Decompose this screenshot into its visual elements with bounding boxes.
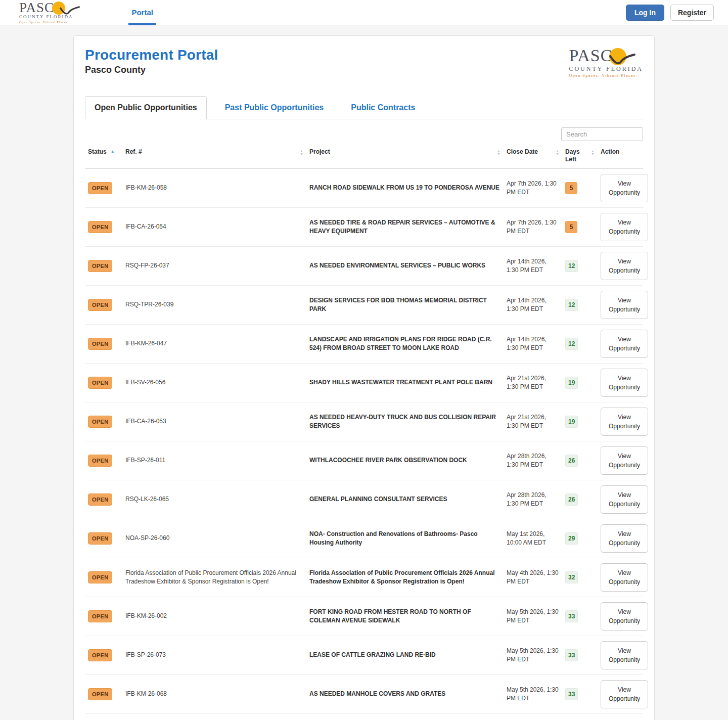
action-cell: View Opportunity <box>601 330 651 358</box>
sort-icon[interactable]: ▲▼ <box>497 150 500 156</box>
ref-number-cell: IFB-KM-26-068 <box>125 690 303 698</box>
days-left-badge: 5 <box>565 182 577 194</box>
project-title-cell: NOA- Construction and Renovations of Bat… <box>309 530 500 548</box>
project-title-cell: WITHLACOOCHEE RIVER PARK OBSERVATION DOC… <box>309 456 500 465</box>
days-left-cell: 29 <box>565 532 595 545</box>
view-opportunity-button[interactable]: View Opportunity <box>601 446 648 475</box>
status-badge: OPEN <box>88 610 112 622</box>
ref-number-cell: IFB-CA-26-054 <box>125 222 303 231</box>
ref-number-cell: NOA-SP-26-060 <box>125 534 303 543</box>
tab-open-public-opportunities[interactable]: Open Public Opportunities <box>85 96 207 119</box>
logo-wordmark: PASC <box>569 47 612 64</box>
table-row: OPEN NOA-SP-26-060 NOA- Construction and… <box>85 519 643 558</box>
status-badge: OPEN <box>88 182 112 194</box>
sort-icon[interactable]: ▲▼ <box>591 150 595 156</box>
table-row: OPEN RSQ-TPR-26-039 DESIGN SERVICES FOR … <box>85 286 643 325</box>
table-row: OPEN IFB-KM-26-068 AS NEEDED MANHOLE COV… <box>85 675 643 714</box>
status-cell: OPEN <box>88 688 119 700</box>
column-header-ref[interactable]: Ref. # ▲▼ <box>125 148 303 156</box>
status-cell: OPEN <box>88 182 119 194</box>
view-opportunity-button[interactable]: View Opportunity <box>601 524 648 553</box>
action-cell: View Opportunity <box>601 252 651 280</box>
column-header-days-left[interactable]: Days Left ▲▼ <box>565 148 595 163</box>
action-cell: View Opportunity <box>601 213 651 241</box>
days-left-badge: 12 <box>565 260 578 272</box>
action-cell: View Opportunity <box>601 291 651 319</box>
table-row: OPEN IFB-SP-26-011 WITHLACOOCHEE RIVER P… <box>85 441 643 480</box>
days-left-badge: 5 <box>565 221 577 233</box>
table-row: OPEN Florida Association of Public Procu… <box>85 558 643 597</box>
ref-number-cell: IFB-SP-26-073 <box>125 651 303 659</box>
days-left-badge: 33 <box>565 649 578 661</box>
action-cell: View Opportunity <box>601 446 651 475</box>
days-left-badge: 26 <box>565 455 578 467</box>
days-left-cell: 5 <box>565 221 595 233</box>
view-opportunity-button[interactable]: View Opportunity <box>601 680 648 708</box>
status-cell: OPEN <box>88 571 119 583</box>
ref-number-cell: IFB-KM-26-058 <box>125 184 303 192</box>
column-header-status[interactable]: Status ▲ <box>88 148 119 156</box>
ref-number-cell: RSQ-TPR-26-039 <box>125 300 303 309</box>
view-opportunity-button[interactable]: View Opportunity <box>601 369 648 397</box>
tab-bar: Open Public Opportunities Past Public Op… <box>85 96 643 119</box>
days-left-cell: 33 <box>565 688 595 700</box>
status-badge: OPEN <box>88 221 112 233</box>
log-in-button[interactable]: Log In <box>626 5 664 21</box>
days-left-badge: 19 <box>565 377 578 389</box>
sort-icon[interactable]: ▲▼ <box>300 150 303 156</box>
status-cell: OPEN <box>88 260 119 272</box>
view-opportunity-button[interactable]: View Opportunity <box>601 408 648 436</box>
pasco-county-logo[interactable]: PASC County Florida Open Spaces. Vibrant… <box>19 1 73 24</box>
view-opportunity-button[interactable]: View Opportunity <box>601 485 648 514</box>
project-title-cell: LANDSCAPE AND IRRIGATION PLANS FOR RIDGE… <box>309 335 500 353</box>
project-title-cell: RANCH ROAD SIDEWALK FROM US 19 TO PONDER… <box>309 184 500 192</box>
view-opportunity-button[interactable]: View Opportunity <box>601 641 648 669</box>
view-opportunity-button[interactable]: View Opportunity <box>601 602 648 631</box>
ref-number-cell: IFB-KM-26-002 <box>125 612 303 620</box>
search-input[interactable] <box>561 127 643 141</box>
table-body: OPEN IFB-KM-26-058 RANCH ROAD SIDEWALK F… <box>85 169 643 714</box>
sort-ascending-icon[interactable]: ▲ <box>111 149 115 154</box>
tab-public-contracts[interactable]: Public Contracts <box>342 97 424 119</box>
action-cell: View Opportunity <box>601 485 651 514</box>
view-opportunity-button[interactable]: View Opportunity <box>601 213 648 241</box>
tab-past-public-opportunities[interactable]: Past Public Opportunities <box>216 97 333 119</box>
project-title-cell: AS NEEDED TIRE & ROAD REPAIR SERVICES – … <box>309 218 500 236</box>
sort-icon[interactable]: ▲▼ <box>556 150 559 156</box>
action-cell: View Opportunity <box>601 174 651 202</box>
view-opportunity-button[interactable]: View Opportunity <box>601 330 648 358</box>
status-badge: OPEN <box>88 532 112 545</box>
register-button[interactable]: Register <box>670 5 714 21</box>
ref-number-cell: RSQ-FP-26-037 <box>125 261 303 270</box>
close-date-cell: Apr 7th 2026, 1:30 PM EDT <box>507 179 559 197</box>
days-left-badge: 29 <box>565 532 578 545</box>
days-left-cell: 26 <box>565 493 595 506</box>
table-row: OPEN IFB-SV-26-056 SHADY HILLS WASTEWATE… <box>85 364 643 402</box>
status-badge: OPEN <box>88 299 112 311</box>
days-left-badge: 12 <box>565 338 578 350</box>
close-date-cell: Apr 14th 2026, 1:30 PM EDT <box>507 257 559 275</box>
days-left-cell: 12 <box>565 260 595 272</box>
column-header-close-date[interactable]: Close Date ▲▼ <box>507 148 559 156</box>
table-row: OPEN IFB-KM-26-058 RANCH ROAD SIDEWALK F… <box>85 169 643 208</box>
status-cell: OPEN <box>88 221 119 233</box>
action-cell: View Opportunity <box>601 563 651 592</box>
status-badge: OPEN <box>88 260 112 272</box>
days-left-badge: 19 <box>565 416 578 428</box>
ref-number-cell: IFB-CA-26-053 <box>125 417 303 426</box>
status-cell: OPEN <box>88 377 119 389</box>
status-badge: OPEN <box>88 688 112 700</box>
action-cell: View Opportunity <box>601 524 651 553</box>
view-opportunity-button[interactable]: View Opportunity <box>601 291 648 319</box>
portal-nav-label[interactable]: Portal <box>128 8 156 17</box>
view-opportunity-button[interactable]: View Opportunity <box>601 563 648 592</box>
status-cell: OPEN <box>88 338 119 350</box>
project-title-cell: DESIGN SERVICES FOR BOB THOMAS MEMORIAL … <box>309 296 500 314</box>
nav-item-portal[interactable]: Portal <box>128 0 156 25</box>
status-cell: OPEN <box>88 299 119 311</box>
view-opportunity-button[interactable]: View Opportunity <box>601 252 648 280</box>
view-opportunity-button[interactable]: View Opportunity <box>601 174 648 202</box>
status-cell: OPEN <box>88 416 119 428</box>
column-header-project[interactable]: Project ▲▼ <box>309 148 500 156</box>
top-navigation-bar: PASC County Florida Open Spaces. Vibrant… <box>0 0 728 25</box>
